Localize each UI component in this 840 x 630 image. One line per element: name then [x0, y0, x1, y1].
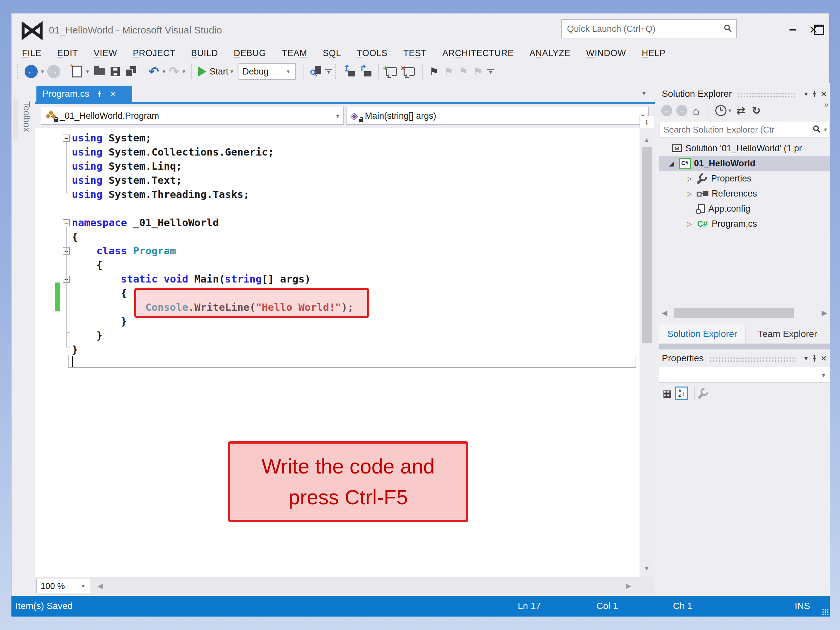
start-dropdown-icon[interactable]: ▾: [228, 68, 235, 75]
step-over-button[interactable]: ↱: [360, 66, 371, 76]
menu-build[interactable]: BUILD: [183, 48, 226, 58]
pin-icon[interactable]: [811, 90, 818, 98]
toolbar-grip[interactable]: [335, 64, 339, 79]
tree-item-app-config[interactable]: App.config: [659, 201, 830, 216]
tab-team-explorer[interactable]: Team Explorer: [750, 325, 825, 344]
next-bookmark-button[interactable]: ⚑: [458, 65, 468, 78]
alphabetical-sort-icon[interactable]: AZ↓: [675, 387, 688, 399]
back-button[interactable]: ←: [661, 105, 672, 116]
zoom-select[interactable]: 100 % ▾: [36, 579, 91, 593]
find-in-files-button[interactable]: [309, 66, 321, 77]
home-icon[interactable]: ⌂: [693, 105, 699, 117]
collapsed-expander-icon[interactable]: ▷: [687, 175, 696, 182]
open-file-button[interactable]: [94, 68, 105, 75]
menu-analyze[interactable]: ANALYZE: [522, 48, 578, 58]
save-button[interactable]: [111, 67, 120, 76]
type-dropdown[interactable]: _01_HelloWorld.Program ▾: [41, 107, 344, 125]
undo-dropdown-icon[interactable]: ▾: [161, 68, 167, 75]
toolbar-overflow-icon[interactable]: »: [824, 100, 828, 109]
start-debug-icon[interactable]: [198, 66, 206, 77]
solution-explorer-search-input[interactable]: Search Solution Explorer (Ctr ▾: [659, 122, 830, 137]
panel-grip[interactable]: [709, 357, 797, 362]
menu-tools[interactable]: TOOLS: [349, 48, 395, 58]
pending-changes-filter-icon[interactable]: [715, 105, 726, 116]
panel-menu-chevron-icon[interactable]: ▾: [801, 354, 811, 362]
redo-dropdown-icon[interactable]: ▾: [180, 68, 187, 75]
navigate-backward-button[interactable]: ←: [25, 65, 38, 78]
close-icon[interactable]: ×: [818, 353, 830, 364]
vertical-scrollbar-thumb[interactable]: [642, 147, 652, 343]
new-file-button[interactable]: [72, 66, 82, 77]
menu-debug[interactable]: DEBUG: [226, 48, 274, 58]
pin-icon[interactable]: [811, 355, 818, 362]
expanded-expander-icon[interactable]: ◢: [669, 159, 679, 167]
menu-help[interactable]: HELP: [634, 48, 674, 58]
scroll-left-icon[interactable]: ◀: [662, 309, 668, 317]
clear-bookmarks-button[interactable]: ⚑: [473, 65, 483, 78]
resize-grip[interactable]: [822, 609, 829, 615]
sync-with-active-document-icon[interactable]: ⇄: [737, 104, 745, 117]
search-icon[interactable]: [812, 124, 821, 135]
tab-solution-explorer[interactable]: Solution Explorer: [659, 325, 745, 344]
save-all-button[interactable]: [125, 66, 136, 77]
start-button[interactable]: Start: [210, 66, 228, 77]
navigate-forward-button[interactable]: →: [47, 65, 60, 78]
comment-selection-button[interactable]: +: [386, 67, 397, 76]
solution-configuration-select[interactable]: Debug ▾: [238, 63, 296, 80]
new-file-dropdown-icon[interactable]: ▾: [84, 68, 91, 75]
quick-launch-input[interactable]: Quick Launch (Ctrl+Q): [561, 19, 737, 38]
menu-view[interactable]: VIEW: [86, 48, 125, 58]
menu-team[interactable]: TEAM: [274, 48, 315, 58]
panel-grip[interactable]: [737, 92, 796, 98]
tree-item-references[interactable]: ▷References: [659, 186, 830, 201]
toolbar-grip[interactable]: [17, 64, 21, 79]
menu-architecture[interactable]: ARCHITECTURE: [434, 48, 522, 58]
tree-item-01-helloworld[interactable]: ◢C#01_HelloWorld: [659, 156, 830, 171]
toggle-bookmark-button[interactable]: ⚑: [429, 65, 439, 78]
tree-item-program-cs[interactable]: ▷C#Program.cs: [659, 216, 830, 231]
redo-button[interactable]: ↷: [169, 65, 179, 78]
solution-explorer-scrollbar[interactable]: ◀ ▶: [659, 305, 830, 322]
step-into-button[interactable]: ↥: [344, 66, 355, 76]
editor-splitter-handle[interactable]: ↕: [639, 116, 654, 128]
fold-toggle-icon[interactable]: −: [63, 134, 70, 142]
close-icon[interactable]: ×: [818, 88, 830, 99]
scroll-right-icon[interactable]: ▶: [626, 582, 631, 590]
pin-icon[interactable]: [96, 90, 103, 98]
properties-object-select[interactable]: ▾: [659, 367, 830, 382]
tab-close-icon[interactable]: ×: [110, 88, 115, 99]
refresh-icon[interactable]: ↻: [752, 104, 761, 117]
scroll-right-icon[interactable]: ▶: [822, 309, 827, 317]
fold-toggle-icon[interactable]: −: [63, 219, 70, 226]
menu-project[interactable]: PROJECT: [125, 48, 183, 58]
toolbox-tab[interactable]: Toolbox: [21, 101, 32, 132]
menu-file[interactable]: FILE: [14, 48, 49, 58]
scroll-left-icon[interactable]: ◀: [98, 582, 103, 590]
collapsed-expander-icon[interactable]: ▷: [687, 189, 696, 197]
minimize-button[interactable]: −: [783, 21, 802, 38]
undo-button[interactable]: ↶: [148, 65, 159, 78]
navigate-backward-dropdown-icon[interactable]: ▾: [39, 68, 46, 75]
menu-edit[interactable]: EDIT: [49, 48, 86, 58]
panel-menu-chevron-icon[interactable]: ▾: [801, 90, 811, 98]
menu-window[interactable]: WINDOW: [578, 48, 634, 58]
previous-bookmark-button[interactable]: ⚑: [444, 65, 453, 78]
search-options-chevron-icon[interactable]: ▾: [821, 126, 829, 133]
menu-sql[interactable]: SQL: [315, 48, 349, 58]
close-button[interactable]: ×: [804, 21, 823, 38]
scroll-down-icon[interactable]: ▼: [639, 565, 654, 572]
categorized-view-icon[interactable]: ▦: [663, 387, 672, 399]
find-dropdown-icon[interactable]: ▾: [325, 69, 332, 74]
tree-item-properties[interactable]: ▷Properties: [659, 171, 830, 186]
scroll-up-icon[interactable]: ▲: [639, 136, 654, 144]
scrollbar-thumb[interactable]: [674, 308, 794, 318]
collapsed-expander-icon[interactable]: ▷: [687, 220, 696, 228]
document-list-chevron-icon[interactable]: ▾: [642, 89, 646, 98]
panel-splitter[interactable]: [659, 344, 830, 349]
forward-button[interactable]: →: [676, 105, 687, 116]
tab-program-cs[interactable]: Program.cs ×: [36, 86, 132, 102]
uncomment-selection-button[interactable]: ×: [404, 67, 415, 76]
vertical-scrollbar[interactable]: ▲ ▼: [639, 128, 654, 577]
member-dropdown[interactable]: ◈ Main(string[] args) ▾: [346, 107, 649, 125]
menu-test[interactable]: TEST: [395, 48, 434, 58]
